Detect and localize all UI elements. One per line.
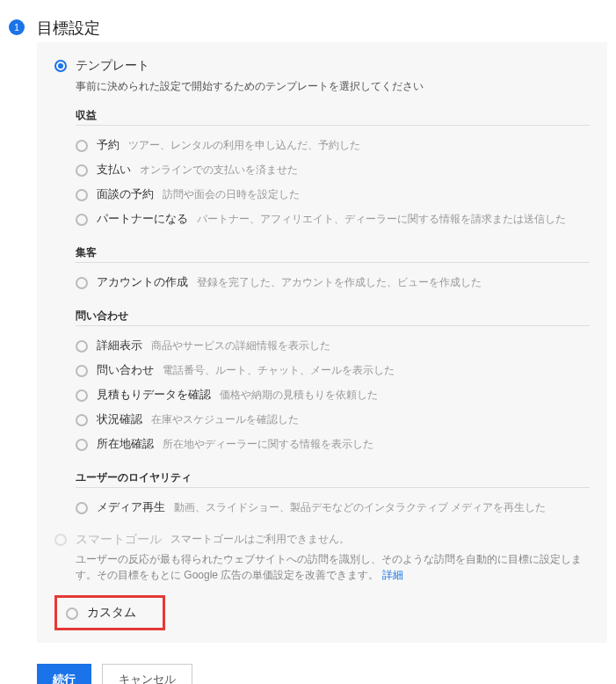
goal-option[interactable]: パートナーになる パートナー、アフィリエイト、ディーラーに関する情報を請求または…: [76, 207, 590, 231]
template-label: テンプレート: [76, 58, 149, 74]
category-title: 収益: [76, 108, 590, 123]
category-revenue: 収益 予約 ツアー、レンタルの利用を申し込んだ、予約した 支払い オンラインでの…: [76, 108, 590, 231]
option-desc: 所在地やディーラーに関する情報を表示した: [163, 437, 373, 452]
option-label: 問い合わせ: [97, 362, 154, 378]
smart-goal-note: スマートゴールはご利用できません。: [170, 532, 350, 547]
button-row: 続行 キャンセル: [37, 664, 607, 684]
divider: [76, 125, 590, 126]
option-radio[interactable]: [76, 164, 88, 177]
option-desc: 電話番号、ルート、チャット、メールを表示した: [163, 363, 395, 378]
option-desc: 商品やサービスの詳細情報を表示した: [151, 338, 330, 353]
option-label: 支払い: [97, 162, 131, 178]
option-radio[interactable]: [76, 502, 88, 514]
category-title: 問い合わせ: [76, 309, 590, 324]
option-radio[interactable]: [76, 389, 88, 402]
template-panel: テンプレート 事前に決められた設定で開始するためのテンプレートを選択してください…: [37, 42, 607, 643]
option-desc: ツアー、レンタルの利用を申し込んだ、予約した: [128, 138, 360, 153]
option-label: 詳細表示: [97, 338, 142, 353]
divider: [76, 325, 590, 326]
category-title: 集客: [76, 245, 590, 260]
smart-goal-desc: ユーザーの反応が最も得られたウェブサイトへの訪問を識別し、そのような訪問を自動的…: [76, 551, 590, 583]
goal-option[interactable]: 問い合わせ 電話番号、ルート、チャット、メールを表示した: [76, 358, 590, 382]
smart-goal-link[interactable]: 詳細: [382, 569, 403, 581]
step-1-body: テンプレート 事前に決められた設定で開始するためのテンプレートを選択してください…: [37, 42, 607, 684]
template-desc: 事前に決められた設定で開始するためのテンプレートを選択してください: [76, 79, 590, 94]
option-label: メディア再生: [97, 499, 165, 515]
option-radio[interactable]: [76, 277, 88, 289]
option-desc: パートナー、アフィリエイト、ディーラーに関する情報を請求または送信した: [197, 212, 566, 227]
option-label: 面談の予約: [97, 186, 154, 202]
option-label: パートナーになる: [97, 211, 188, 227]
smart-goal-row: スマートゴール スマートゴールはご利用できません。: [54, 532, 590, 548]
template-radio-row[interactable]: テンプレート: [54, 58, 590, 74]
option-desc: 動画、スライドショー、製品デモなどのインタラクティブ メディアを再生した: [174, 500, 546, 515]
category-title: ユーザーのロイヤリティ: [76, 470, 590, 485]
option-radio[interactable]: [76, 189, 88, 201]
goal-option[interactable]: 詳細表示 商品やサービスの詳細情報を表示した: [76, 333, 590, 358]
goal-option[interactable]: 見積もりデータを確認 価格や納期の見積もりを依頼した: [76, 382, 590, 407]
continue-button[interactable]: 続行: [37, 664, 91, 684]
divider: [76, 487, 590, 488]
goal-option[interactable]: 所在地確認 所在地やディーラーに関する情報を表示した: [76, 432, 590, 456]
option-label: 所在地確認: [97, 436, 154, 452]
goal-option[interactable]: 支払い オンラインでの支払いを済ませた: [76, 157, 590, 182]
smart-goal-label: スマートゴール: [76, 532, 162, 548]
option-desc: 登録を完了した、アカウントを作成した、ビューを作成した: [197, 275, 482, 290]
step-1-title: 目標設定: [37, 18, 100, 39]
option-radio[interactable]: [76, 414, 88, 426]
option-desc: 価格や納期の見積もりを依頼した: [220, 388, 378, 403]
goal-option[interactable]: 面談の予約 訪問や面会の日時を設定した: [76, 182, 590, 207]
smart-goal-desc-text: ユーザーの反応が最も得られたウェブサイトへの訪問を識別し、そのような訪問を自動的…: [76, 553, 582, 581]
cancel-button[interactable]: キャンセル: [102, 664, 192, 684]
option-label: アカウントの作成: [97, 274, 188, 290]
option-label: 状況確認: [97, 411, 142, 427]
custom-goal-row[interactable]: カスタム: [54, 595, 165, 630]
category-engagement: ユーザーのロイヤリティ メディア再生 動画、スライドショー、製品デモなどのインタ…: [76, 470, 590, 520]
option-radio[interactable]: [76, 214, 88, 226]
option-label: 見積もりデータを確認: [97, 387, 211, 403]
option-radio[interactable]: [76, 340, 88, 353]
option-radio[interactable]: [76, 140, 88, 152]
option-radio[interactable]: [76, 365, 88, 377]
template-radio[interactable]: [54, 60, 67, 72]
option-radio[interactable]: [76, 439, 88, 451]
option-label: 予約: [97, 137, 120, 153]
category-acquisition: 集客 アカウントの作成 登録を完了した、アカウントを作成した、ビューを作成した: [76, 245, 590, 295]
goal-option[interactable]: 予約 ツアー、レンタルの利用を申し込んだ、予約した: [76, 133, 590, 157]
option-desc: オンラインでの支払いを済ませた: [140, 163, 298, 178]
category-inquiry: 問い合わせ 詳細表示 商品やサービスの詳細情報を表示した 問い合わせ 電話番号、…: [76, 309, 590, 456]
step-1-badge: 1: [9, 19, 25, 35]
smart-goal-radio: [54, 534, 67, 546]
divider: [76, 262, 590, 263]
option-desc: 在庫やスケジュールを確認した: [151, 412, 299, 427]
goal-option[interactable]: アカウントの作成 登録を完了した、アカウントを作成した、ビューを作成した: [76, 270, 590, 295]
option-desc: 訪問や面会の日時を設定した: [163, 187, 300, 202]
custom-radio[interactable]: [66, 608, 78, 620]
goal-option[interactable]: メディア再生 動画、スライドショー、製品デモなどのインタラクティブ メディアを再…: [76, 495, 590, 520]
goal-option[interactable]: 状況確認 在庫やスケジュールを確認した: [76, 407, 590, 432]
step-1-header: 1 目標設定: [9, 18, 607, 39]
custom-label: カスタム: [87, 605, 136, 621]
